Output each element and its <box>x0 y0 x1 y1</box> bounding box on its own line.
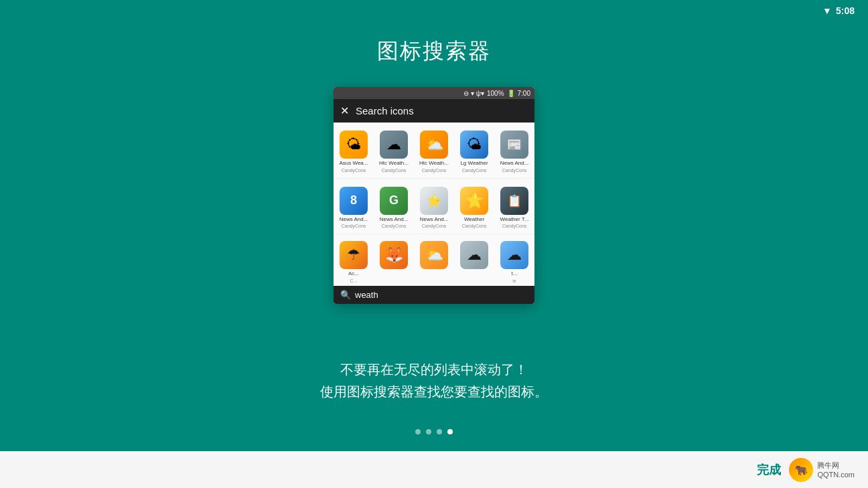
icons-grid-row1: 🌤 Asus Wea... CandyCons ☁ Htc Weath... C… <box>334 123 534 178</box>
icon-sublabel-news8: CandyCons <box>342 224 366 228</box>
icon-img-ac: ☂ <box>340 241 368 269</box>
icon-item-fox[interactable]: 🦊 <box>374 237 414 286</box>
phone-battery: 100% <box>487 90 504 97</box>
icon-img-htc1: ☁ <box>380 131 408 159</box>
icon-img-news8: 8 <box>340 187 368 215</box>
icon-label-weathert: Weather T... <box>500 216 529 223</box>
logo-icon: 🐂 <box>789 458 813 482</box>
icon-item-weather-t[interactable]: 📋 Weather T... CandyCons <box>494 181 534 232</box>
phone-mockup: ⊖ ▾ ψ▾ 100% 🔋 7:00 ✕ Search icons 🌤 Asus… <box>334 87 534 304</box>
phone-status-bar: ⊖ ▾ ψ▾ 100% 🔋 7:00 <box>334 87 534 99</box>
icon-label-htc1: Htc Weath... <box>379 160 409 167</box>
bottom-logo: 🐂 腾牛网 QQTN.com <box>789 458 855 482</box>
icon-sublabel-weatherstar: CandyCons <box>462 224 487 228</box>
icon-sublabel-weathert: CandyCons <box>502 224 527 228</box>
phone-search-input-bar: 🔍 <box>334 286 534 304</box>
icon-img-orangecloud: ⛅ <box>420 241 448 269</box>
icon-img-lg: 🌤 <box>460 131 488 159</box>
icon-item-ac[interactable]: ☂ Ac... C... <box>334 237 374 286</box>
icon-img-asus: 🌤 <box>340 131 368 159</box>
battery-icon: 🔋 <box>507 90 515 97</box>
description-line2: 使用图标搜索器查找您要查找的图标。 <box>0 383 868 401</box>
status-bar: ▼ 5:08 <box>822 5 855 16</box>
time-display: 5:08 <box>836 5 855 16</box>
icon-label-htc2: Htc Weath... <box>419 160 449 167</box>
icon-item-blue-cloud[interactable]: ☁ t... ie <box>494 237 534 286</box>
icon-label-lg: Lg Weather <box>460 160 488 167</box>
icon-label-newsg: News And... <box>380 216 409 223</box>
dot-4[interactable] <box>447 429 453 434</box>
domain-label: QQTN.com <box>817 471 855 479</box>
bottom-bar: 完成 🐂 腾牛网 QQTN.com <box>0 451 868 488</box>
dot-3[interactable] <box>437 429 442 434</box>
icon-item-asus-weather[interactable]: 🌤 Asus Wea... CandyCons <box>334 125 374 175</box>
icon-item-news-g[interactable]: G News And... CandyCons <box>374 181 414 232</box>
icon-img-weathert: 📋 <box>500 187 528 215</box>
icon-label-news1: News And... <box>500 160 529 167</box>
icon-item-news-8[interactable]: 8 News And... CandyCons <box>334 181 374 232</box>
icon-sublabel-newsstar: CandyCons <box>422 224 447 228</box>
phone-search-bar: ✕ Search icons <box>334 99 534 123</box>
dot-2[interactable] <box>426 429 431 434</box>
pagination <box>0 429 868 434</box>
icon-sublabel-ac: C... <box>350 278 358 283</box>
search-icon: 🔍 <box>340 290 351 300</box>
icon-img-bluecloud: ☁ <box>500 241 528 269</box>
icon-img-newsg: G <box>380 187 408 215</box>
icon-sublabel-lg: CandyCons <box>462 168 487 173</box>
icons-grid-row2: 8 News And... CandyCons G News And... Ca… <box>334 178 534 234</box>
icon-item-orange-cloud[interactable]: ⛅ <box>414 237 454 286</box>
icon-label-newsstar: News And... <box>420 216 449 223</box>
bottom-description: 不要再在无尽的列表中滚动了！ 使用图标搜索器查找您要查找的图标。 <box>0 361 868 401</box>
icons-grid-row3: ☂ Ac... C... 🦊 ⛅ ☁ <box>334 234 534 286</box>
wifi-icon: ▼ <box>822 5 832 16</box>
icon-item-news-star[interactable]: ⭐ News And... CandyCons <box>414 181 454 232</box>
icon-label-bluecloud: t... <box>512 270 518 277</box>
close-button[interactable]: ✕ <box>340 104 349 117</box>
icon-img-news1: 📰 <box>500 131 528 159</box>
dot-1[interactable] <box>415 429 421 434</box>
icon-item-gray-cloud[interactable]: ☁ <box>454 237 494 286</box>
icon-label-news8: News And... <box>340 216 368 223</box>
search-field[interactable] <box>355 290 528 300</box>
icon-label-ac: Ac... <box>348 270 359 277</box>
icon-sublabel-htc2: CandyCons <box>422 168 447 173</box>
icon-img-fox: 🦊 <box>380 241 408 269</box>
phone-status-icons: ⊖ ▾ ψ▾ <box>463 90 484 97</box>
icon-item-lg[interactable]: 🌤 Lg Weather CandyCons <box>454 125 494 175</box>
icon-label-asus: Asus Wea... <box>340 160 368 167</box>
icon-sublabel-newsg: CandyCons <box>382 224 407 228</box>
icon-item-htc2[interactable]: ⛅ Htc Weath... CandyCons <box>414 125 454 175</box>
icon-sublabel-bluecloud: ie <box>512 278 516 283</box>
icon-img-weatherstar: ⭐ <box>460 187 488 215</box>
description-line1: 不要再在无尽的列表中滚动了！ <box>0 361 868 379</box>
finish-button[interactable]: 完成 <box>757 462 781 478</box>
search-title: Search icons <box>356 105 528 116</box>
icon-item-news1[interactable]: 📰 News And... CandyCons <box>494 125 534 175</box>
logo-emoji: 🐂 <box>794 463 808 476</box>
icon-item-weather-star[interactable]: ⭐ Weather CandyCons <box>454 181 494 232</box>
icon-img-htc2: ⛅ <box>420 131 448 159</box>
icon-sublabel-asus: CandyCons <box>342 168 366 173</box>
icon-sublabel-news1: CandyCons <box>502 168 527 173</box>
phone-time: 7:00 <box>518 90 530 97</box>
icon-img-graycloud: ☁ <box>460 241 488 269</box>
icon-img-newsstar: ⭐ <box>420 187 448 215</box>
icon-sublabel-htc1: CandyCons <box>382 168 407 173</box>
icon-label-weatherstar: Weather <box>464 216 484 223</box>
site-label: 腾牛网 <box>817 461 855 471</box>
icon-item-htc1[interactable]: ☁ Htc Weath... CandyCons <box>374 125 414 175</box>
page-title: 图标搜索器 <box>0 37 868 66</box>
